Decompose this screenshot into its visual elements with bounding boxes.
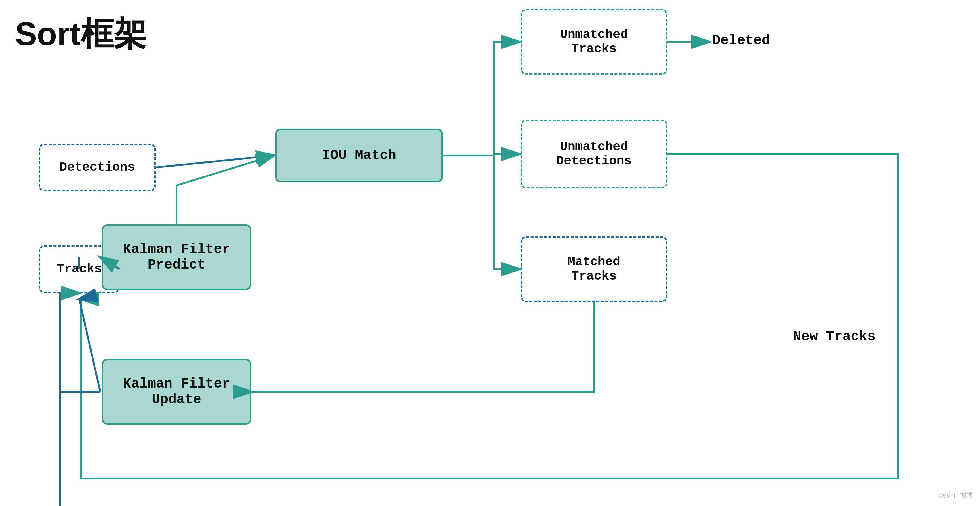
svg-line-10 — [79, 299, 100, 392]
unmatched-detections-box: UnmatchedDetections — [521, 120, 667, 189]
deleted-label: Deleted — [712, 33, 770, 48]
unmatched-tracks-box: UnmatchedTracks — [521, 9, 667, 75]
kalman-update-box: Kalman FilterUpdate — [102, 359, 251, 425]
detections-box: Detections — [39, 144, 156, 191]
matched-tracks-box: MatchedTracks — [521, 236, 667, 302]
svg-line-7 — [156, 155, 274, 168]
page-title: Sort框架 — [15, 12, 146, 57]
new-tracks-label: New Tracks — [793, 329, 875, 344]
watermark: csdn 博客 — [938, 490, 974, 500]
kalman-predict-box: Kalman FilterPredict — [102, 224, 251, 290]
iou-match-box: IOU Match — [275, 128, 443, 182]
